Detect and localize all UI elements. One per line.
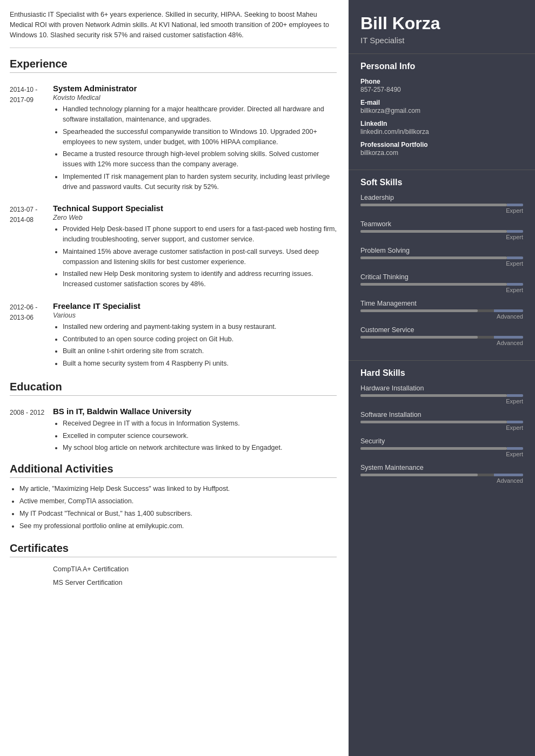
skill-bar: [360, 447, 523, 450]
skill-bar-fill: [360, 309, 478, 312]
activity-item: Active member, CompTIA association.: [19, 496, 337, 507]
job-date: 2014-10 - 2017-09: [10, 84, 53, 194]
job-content: Freelance IT Specialist Various Installe…: [53, 301, 337, 371]
activity-item: My article, "Maximizing Help Desk Succes…: [19, 483, 337, 494]
education-title: Education: [10, 381, 337, 396]
candidate-name: Bill Korza: [360, 13, 523, 33]
skill-bar-fill: [360, 447, 507, 450]
info-value: billkorza.com: [360, 149, 523, 157]
skill-bar-accent: [507, 256, 523, 259]
bullet-item: Provided Help Desk-based IT phone suppor…: [63, 224, 337, 245]
skill-bar-accent: [494, 309, 523, 312]
bullet-item: Implemented IT risk management plan to h…: [63, 172, 337, 192]
skill-name: Problem Solving: [360, 247, 523, 254]
skill-level: Expert: [360, 398, 523, 404]
personal-info-field: Professional Portfolio billkorza.com: [360, 141, 523, 157]
edu-content: BS in IT, Baldwin Wallace University Rec…: [53, 407, 282, 455]
info-value: billkorza@gmail.com: [360, 107, 523, 114]
job-bullets: Handled technology planning for a major …: [53, 104, 337, 192]
job-title: Technical Support Specialist: [53, 204, 337, 213]
company-name: Various: [53, 312, 337, 319]
bullet-item: Excelled in computer science coursework.: [63, 431, 282, 441]
hard-skills-title: Hard Skills: [360, 368, 523, 378]
skill-item: Leadership Expert: [360, 194, 523, 214]
personal-info-section: Personal Info Phone 857-257-8490 E-mail …: [349, 53, 535, 170]
company-name: Kovisto Medical: [53, 94, 337, 102]
skill-name: Teamwork: [360, 220, 523, 228]
activity-item: See my professional portfolio online at …: [19, 521, 337, 531]
experience-section: Experience: [10, 58, 337, 73]
job-date: 2012-06 - 2013-06: [10, 301, 53, 371]
job-date: 2013-07 - 2014-08: [10, 204, 53, 292]
bullet-item: Received Degree in IT with a focus in In…: [63, 418, 282, 429]
bullet-item: My school blog article on network archit…: [63, 443, 282, 453]
skill-bar-accent: [507, 230, 523, 233]
skill-item: Customer Service Advanced: [360, 326, 523, 346]
info-value: linkedin.com/in/billkorza: [360, 128, 523, 136]
info-label: Professional Portfolio: [360, 141, 523, 148]
skill-bar-accent: [494, 474, 523, 476]
candidate-job-title: IT Specialist: [360, 36, 523, 45]
education-list: 2008 - 2012 BS in IT, Baldwin Wallace Un…: [10, 407, 337, 455]
skill-level: Expert: [360, 424, 523, 431]
skill-name: System Maintenance: [360, 464, 523, 471]
skill-bar-fill: [360, 336, 478, 339]
skill-bar-fill: [360, 394, 507, 397]
skill-name: Leadership: [360, 194, 523, 201]
info-label: E-mail: [360, 99, 523, 106]
personal-info-fields: Phone 857-257-8490 E-mail billkorza@gmai…: [360, 78, 523, 157]
info-value: 857-257-8490: [360, 86, 523, 93]
experience-item: 2013-07 - 2014-08 Technical Support Spec…: [10, 204, 337, 292]
edu-bullets: Received Degree in IT with a focus in In…: [53, 418, 282, 453]
skill-bar-accent: [507, 283, 523, 286]
skill-bar: [360, 256, 523, 259]
skill-bar-accent: [507, 394, 523, 397]
skill-bar: [360, 421, 523, 423]
bullet-item: Installed new Help Desk monitoring syste…: [63, 269, 337, 289]
skill-bar: [360, 204, 523, 206]
education-section: Education: [10, 381, 337, 396]
skill-item: Critical Thinking Expert: [360, 273, 523, 293]
name-block: Bill Korza IT Specialist: [349, 0, 535, 53]
job-content: Technical Support Specialist Zero Web Pr…: [53, 204, 337, 292]
skill-bar-fill: [360, 283, 507, 286]
skill-name: Software Installation: [360, 411, 523, 418]
skill-bar-accent: [507, 447, 523, 450]
hard-skills-list: Hardware Installation Expert Software In…: [360, 384, 523, 484]
skill-item: System Maintenance Advanced: [360, 464, 523, 484]
education-item: 2008 - 2012 BS in IT, Baldwin Wallace Un…: [10, 407, 337, 455]
skill-bar: [360, 474, 523, 476]
skill-item: Software Installation Expert: [360, 411, 523, 431]
hard-skills-section: Hard Skills Hardware Installation Expert…: [349, 360, 535, 498]
job-content: System Administrator Kovisto Medical Han…: [53, 84, 337, 194]
certificates-section: Certificates CompTIA A+ CertificationMS …: [10, 542, 337, 590]
company-name: Zero Web: [53, 214, 337, 221]
skill-bar: [360, 336, 523, 339]
skill-name: Customer Service: [360, 326, 523, 334]
job-bullets: Installed new ordering and payment-takin…: [53, 322, 337, 369]
skill-bar-fill: [360, 204, 507, 206]
personal-info-field: LinkedIn linkedin.com/in/billkorza: [360, 120, 523, 136]
skill-bar: [360, 283, 523, 286]
skill-bar-accent: [507, 204, 523, 206]
bullet-item: Spearheaded the successful companywide t…: [63, 127, 337, 147]
skill-bar-accent: [507, 421, 523, 423]
skill-level: Advanced: [360, 340, 523, 346]
soft-skills-section: Soft Skills Leadership Expert Teamwork E…: [349, 170, 535, 360]
activities-section: Additional Activities My article, "Maxim…: [10, 463, 337, 531]
right-column: Bill Korza IT Specialist Personal Info P…: [349, 0, 535, 756]
skill-name: Time Management: [360, 300, 523, 307]
activities-list: My article, "Maximizing Help Desk Succes…: [10, 483, 337, 531]
experience-item: 2012-06 - 2013-06 Freelance IT Specialis…: [10, 301, 337, 371]
skill-bar-fill: [360, 421, 507, 423]
job-title: Freelance IT Specialist: [53, 301, 337, 310]
edu-date: 2008 - 2012: [10, 407, 53, 455]
activities-title: Additional Activities: [10, 463, 337, 478]
bullet-item: Handled technology planning for a major …: [63, 104, 337, 125]
personal-info-title: Personal Info: [360, 62, 523, 71]
skill-bar-fill: [360, 230, 507, 233]
soft-skills-title: Soft Skills: [360, 178, 523, 187]
skill-bar-fill: [360, 474, 478, 476]
info-label: LinkedIn: [360, 120, 523, 127]
summary: Enthusiastic IT Specialist with 6+ years…: [10, 10, 337, 48]
